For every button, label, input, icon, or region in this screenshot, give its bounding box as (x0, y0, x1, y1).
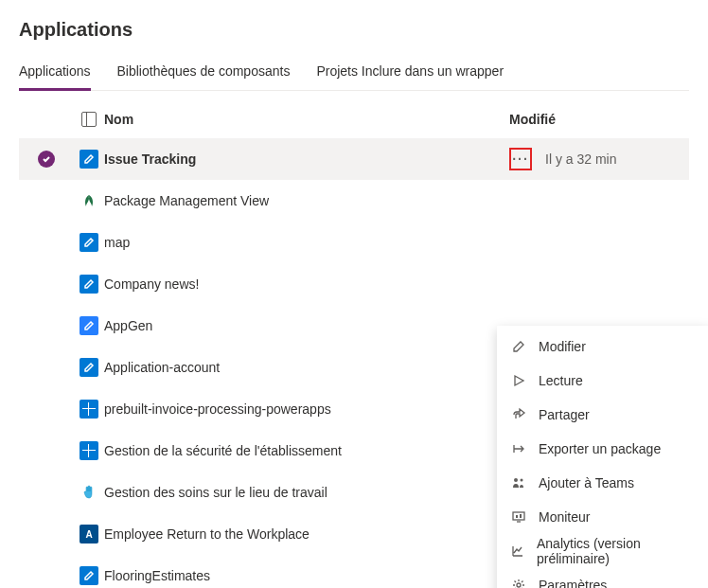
menu-item-export[interactable]: Exporter un package (497, 432, 708, 466)
page-title: Applications (19, 19, 689, 41)
menu-item-share[interactable]: Partager (497, 398, 708, 432)
app-icon (80, 275, 98, 294)
app-name: Application-account (104, 360, 509, 375)
app-name: Gestion des soins sur le lieu de travail (104, 485, 509, 500)
svg-point-5 (517, 583, 521, 587)
menu-label: Ajouter à Teams (539, 475, 634, 490)
tabs: Applications Bibliothèques de composants… (19, 63, 689, 91)
table-row[interactable]: map (19, 222, 689, 263)
view-options-icon[interactable] (81, 112, 97, 127)
context-menu: Modifier Lecture Partager Exporter un pa… (497, 326, 708, 588)
svg-point-1 (521, 479, 523, 482)
menu-label: Exporter un package (539, 441, 661, 456)
app-name: FlooringEstimates (104, 568, 509, 583)
app-name: Gestion de la sécurité de l'établissemen… (104, 443, 509, 458)
more-actions-button[interactable]: ··· (509, 148, 532, 170)
app-icon (80, 400, 98, 419)
menu-item-monitor[interactable]: Moniteur (497, 500, 708, 534)
app-icon: A (80, 525, 98, 543)
menu-label: Analytics (version préliminaire) (537, 536, 697, 566)
monitor-icon (510, 509, 527, 525)
app-name: map (104, 235, 509, 250)
tab-applications[interactable]: Applications (19, 63, 91, 91)
menu-label: Partager (539, 407, 590, 422)
tab-wrapper-projects[interactable]: Projets Inclure dans un wrapper (316, 63, 504, 91)
svg-rect-2 (513, 512, 524, 520)
column-header-modified[interactable]: Modifié (509, 112, 689, 127)
app-icon (80, 566, 98, 585)
edit-icon (510, 339, 527, 354)
table-row[interactable]: Package Management View (19, 180, 689, 222)
tab-component-libraries[interactable]: Bibliothèques de composants (117, 63, 291, 91)
menu-label: Lecture (539, 373, 583, 388)
table-header: Nom Modifié (19, 100, 689, 138)
menu-item-teams[interactable]: Ajouter à Teams (497, 466, 708, 500)
svg-point-0 (514, 478, 518, 482)
settings-icon (510, 578, 527, 588)
modified-text: Il y a 32 min (545, 151, 616, 167)
menu-item-play[interactable]: Lecture (497, 364, 708, 398)
app-name: AppGen (104, 318, 509, 333)
table-row[interactable]: Company news! (19, 263, 689, 305)
menu-label: Modifier (539, 339, 586, 354)
app-name: Package Management View (104, 193, 509, 208)
svg-rect-3 (516, 515, 518, 518)
menu-item-analytics[interactable]: Analytics (version préliminaire) (497, 534, 708, 568)
app-icon (80, 191, 98, 210)
menu-item-edit[interactable]: Modifier (497, 330, 708, 364)
column-header-name[interactable]: Nom (104, 112, 509, 127)
app-icon (80, 483, 98, 502)
play-icon (510, 373, 527, 388)
menu-item-settings[interactable]: Paramètres (497, 568, 708, 588)
app-icon (80, 358, 98, 377)
analytics-icon (510, 543, 525, 559)
menu-label: Moniteur (539, 509, 590, 525)
teams-icon (510, 475, 527, 490)
checkmark-icon[interactable] (38, 151, 55, 168)
app-name: Company news! (104, 276, 509, 292)
app-name: prebuilt-invoice-processing-powerapps (104, 401, 509, 417)
share-icon (510, 407, 527, 422)
app-icon (80, 316, 98, 335)
app-icon (80, 150, 98, 169)
export-icon (510, 441, 527, 456)
app-name: Issue Tracking (104, 151, 509, 167)
app-icon (80, 441, 98, 460)
menu-label: Paramètres (539, 578, 607, 588)
svg-rect-4 (520, 514, 522, 518)
app-icon (80, 233, 98, 252)
app-name: Employee Return to the Workplace (104, 526, 509, 542)
table-row[interactable]: Issue Tracking ··· Il y a 32 min (19, 138, 689, 180)
